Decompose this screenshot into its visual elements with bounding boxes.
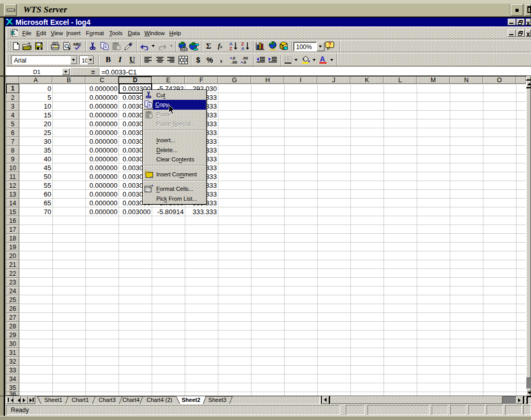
svg-text:a: a <box>182 57 185 62</box>
svg-text:Z: Z <box>229 46 232 51</box>
svg-text:.00: .00 <box>231 60 238 64</box>
svg-text:A: A <box>241 46 245 51</box>
svg-text:.0: .0 <box>243 60 246 64</box>
svg-text:ABC: ABC <box>73 42 82 47</box>
svg-text:?: ? <box>328 42 331 48</box>
svg-text:+: + <box>241 60 243 64</box>
